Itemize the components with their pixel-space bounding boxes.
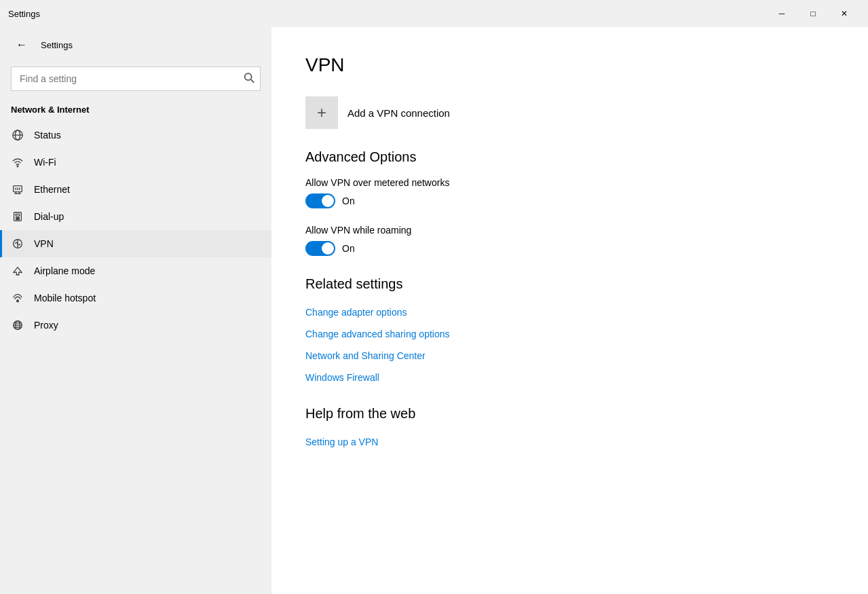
sidebar: ← Settings Network & Internet — [0, 27, 271, 594]
maximize-button[interactable]: □ — [797, 0, 829, 27]
setting-up-vpn-link[interactable]: Setting up a VPN — [305, 434, 834, 450]
svg-point-20 — [18, 219, 19, 219]
sidebar-item-ethernet[interactable]: Ethernet — [0, 176, 271, 203]
windows-firewall-link[interactable]: Windows Firewall — [305, 369, 834, 386]
title-bar-controls: ─ □ ✕ — [766, 0, 860, 27]
svg-line-1 — [251, 79, 254, 83]
toggle-knob-2 — [322, 242, 334, 255]
vpn-metered-toggle-row: On — [305, 193, 834, 208]
sidebar-item-status[interactable]: Status — [0, 122, 271, 149]
sidebar-item-vpn[interactable]: VPN — [0, 230, 271, 257]
globe-icon — [11, 128, 24, 142]
change-adapter-options-link[interactable]: Change adapter options — [305, 304, 834, 320]
sidebar-section-title: Network & Internet — [0, 99, 271, 122]
related-settings-divider: Related settings Change adapter options … — [305, 276, 834, 386]
airplane-icon — [11, 264, 24, 278]
sidebar-title: Settings — [41, 40, 73, 50]
app-container: ← Settings Network & Internet — [0, 27, 868, 594]
sidebar-item-airplane[interactable]: Airplane mode — [0, 257, 271, 284]
related-settings-heading: Related settings — [305, 276, 834, 292]
help-heading: Help from the web — [305, 406, 834, 422]
sidebar-item-dialup-label: Dial-up — [34, 211, 64, 222]
page-title: VPN — [305, 54, 834, 76]
vpn-metered-state: On — [342, 196, 355, 206]
sidebar-item-wifi-label: Wi-Fi — [34, 157, 56, 168]
ethernet-icon — [11, 183, 24, 196]
wifi-icon — [11, 155, 24, 169]
advanced-options-heading: Advanced Options — [305, 149, 834, 165]
add-vpn-icon: + — [305, 96, 338, 129]
title-bar-left: Settings — [8, 9, 40, 19]
dialup-icon — [11, 210, 24, 223]
sidebar-item-hotspot[interactable]: Mobile hotspot — [0, 284, 271, 312]
sidebar-item-proxy-label: Proxy — [34, 320, 58, 331]
add-vpn-label: Add a VPN connection — [347, 107, 450, 119]
sidebar-nav-top: ← Settings — [0, 27, 271, 62]
sidebar-item-wifi[interactable]: Wi-Fi — [0, 149, 271, 176]
change-advanced-sharing-link[interactable]: Change advanced sharing options — [305, 326, 834, 342]
vpn-roaming-toggle[interactable] — [305, 241, 335, 256]
toggle-knob — [322, 195, 334, 207]
vpn-metered-description: Allow VPN over metered networks — [305, 177, 834, 188]
vpn-icon — [11, 237, 24, 250]
sidebar-item-airplane-label: Airplane mode — [34, 265, 95, 276]
hotspot-icon — [11, 291, 24, 305]
sidebar-item-dialup[interactable]: Dial-up — [0, 203, 271, 230]
sidebar-item-vpn-label: VPN — [34, 238, 54, 249]
back-button[interactable]: ← — [11, 34, 33, 56]
search-icon[interactable] — [243, 72, 255, 86]
vpn-roaming-description: Allow VPN while roaming — [305, 225, 834, 236]
vpn-metered-toggle[interactable] — [305, 193, 335, 208]
proxy-icon — [11, 318, 24, 332]
svg-rect-14 — [16, 214, 19, 216]
search-input[interactable] — [11, 67, 261, 91]
sidebar-item-hotspot-label: Mobile hotspot — [34, 293, 96, 303]
close-button[interactable]: ✕ — [829, 0, 860, 27]
help-section: Help from the web Setting up a VPN — [305, 406, 834, 450]
vpn-roaming-toggle-section: Allow VPN while roaming On — [305, 225, 834, 256]
sidebar-item-ethernet-label: Ethernet — [34, 184, 70, 195]
svg-point-23 — [17, 300, 19, 302]
content-area: VPN + Add a VPN connection Advanced Opti… — [271, 27, 868, 594]
sidebar-item-status-label: Status — [34, 130, 61, 141]
vpn-metered-toggle-section: Allow VPN over metered networks On — [305, 177, 834, 208]
network-sharing-center-link[interactable]: Network and Sharing Center — [305, 348, 834, 364]
minimize-button[interactable]: ─ — [766, 0, 797, 27]
vpn-roaming-state: On — [342, 243, 355, 254]
svg-point-0 — [245, 73, 252, 80]
settings-title: Settings — [8, 9, 40, 19]
add-vpn-button[interactable]: + Add a VPN connection — [305, 96, 450, 129]
search-box — [11, 67, 261, 91]
svg-point-17 — [18, 217, 19, 218]
title-bar: Settings ─ □ ✕ — [0, 0, 868, 27]
sidebar-item-proxy[interactable]: Proxy — [0, 312, 271, 339]
vpn-roaming-toggle-row: On — [305, 241, 834, 256]
svg-point-5 — [17, 166, 18, 167]
